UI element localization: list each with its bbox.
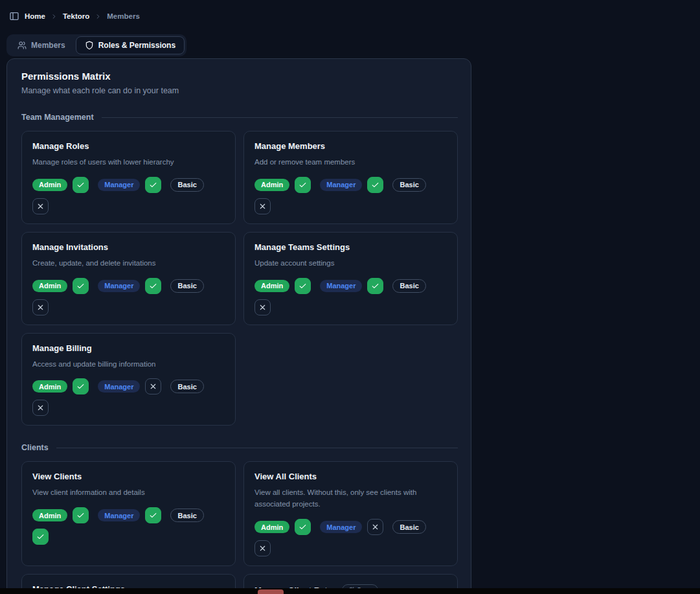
permission-toggle-manager[interactable] bbox=[145, 507, 161, 523]
role-toggles-row: AdminManagerBasic bbox=[32, 278, 225, 315]
role-badge-manager: Manager bbox=[98, 280, 140, 292]
role-badge-manager: Manager bbox=[98, 509, 140, 521]
permission-card: Manage InvitationsCreate, update, and de… bbox=[21, 232, 236, 325]
permission-toggle-manager[interactable] bbox=[145, 278, 161, 294]
permission-card: View ClientsView client information and … bbox=[21, 461, 236, 566]
permission-title-row: Manage Billing bbox=[32, 343, 225, 353]
role-badge-admin: Admin bbox=[32, 380, 67, 393]
permission-description: Create, update, and delete invitations bbox=[32, 258, 225, 269]
x-icon bbox=[258, 544, 267, 553]
tab-label: Roles & Permissions bbox=[98, 41, 175, 50]
permission-toggle-admin[interactable] bbox=[73, 278, 89, 294]
permission-toggle-manager[interactable] bbox=[367, 278, 383, 294]
permission-title-row: Manage Invitations bbox=[32, 242, 225, 252]
permission-toggle-admin[interactable] bbox=[73, 507, 89, 523]
breadcrumb-item-members[interactable]: Members bbox=[107, 12, 140, 20]
role-badge-admin: Admin bbox=[32, 280, 67, 292]
permission-card: Manage BillingAccess and update billing … bbox=[21, 333, 236, 426]
permission-card: Manage MembersAdd or remove team members… bbox=[243, 131, 458, 224]
permission-toggle-basic[interactable] bbox=[32, 400, 49, 416]
permission-title: Manage Members bbox=[254, 141, 325, 151]
breadcrumb-item-home[interactable]: Home bbox=[25, 12, 45, 20]
role-toggles-row: AdminManagerBasic bbox=[254, 278, 447, 315]
permission-title-row: View Clients bbox=[32, 472, 225, 481]
role-badge-basic: Basic bbox=[170, 279, 203, 293]
breadcrumb-separator-icon bbox=[51, 13, 58, 20]
x-icon bbox=[36, 303, 45, 312]
breadcrumb-item-tektoro[interactable]: Tektoro bbox=[63, 12, 89, 20]
role-toggles-row: AdminManagerBasic bbox=[32, 507, 225, 545]
role-badge-admin: Admin bbox=[254, 521, 289, 533]
permission-title: View All Clients bbox=[254, 472, 317, 481]
permission-toggle-admin[interactable] bbox=[295, 278, 311, 294]
x-icon bbox=[36, 404, 45, 412]
role-badge-manager: Manager bbox=[98, 179, 140, 191]
role-badge-manager: Manager bbox=[98, 380, 140, 393]
breadcrumb-separator-icon bbox=[95, 13, 102, 20]
section-title: Clients bbox=[21, 443, 49, 452]
role-toggles-row: AdminManagerBasic bbox=[254, 177, 447, 214]
permission-toggle-admin[interactable] bbox=[295, 177, 311, 193]
permission-title: View Clients bbox=[32, 472, 82, 481]
permissions-panel: Permissions Matrix Manage what each role… bbox=[6, 58, 471, 594]
check-icon bbox=[149, 181, 157, 189]
check-icon bbox=[299, 282, 307, 290]
role-badge-manager: Manager bbox=[320, 521, 362, 533]
section-divider bbox=[102, 117, 458, 118]
x-icon bbox=[36, 202, 45, 211]
role-badge-admin: Admin bbox=[32, 179, 67, 191]
role-badge-manager: Manager bbox=[320, 280, 362, 292]
permission-toggle-basic[interactable] bbox=[32, 529, 49, 545]
check-icon bbox=[36, 532, 45, 541]
role-badge-admin: Admin bbox=[32, 509, 67, 521]
permission-title-row: Manage Roles bbox=[32, 141, 225, 151]
permission-title-row: Manage Members bbox=[254, 141, 447, 151]
permission-toggle-manager[interactable] bbox=[145, 177, 161, 193]
bottom-cutoff-strip bbox=[0, 588, 700, 594]
check-icon bbox=[299, 181, 307, 189]
role-badge-basic: Basic bbox=[392, 178, 425, 192]
permission-toggle-basic[interactable] bbox=[32, 198, 49, 214]
role-toggles-row: AdminManagerBasic bbox=[32, 177, 225, 214]
permission-description: Access and update billing information bbox=[32, 359, 225, 371]
breadcrumb: HomeTektoroMembers bbox=[0, 0, 700, 21]
permission-toggle-manager[interactable] bbox=[367, 519, 383, 535]
tab-members[interactable]: Members bbox=[8, 36, 74, 54]
permission-toggle-basic[interactable] bbox=[254, 540, 271, 556]
permission-toggle-basic[interactable] bbox=[254, 198, 271, 214]
permission-toggle-basic[interactable] bbox=[254, 299, 271, 315]
permission-title-row: Manage Teams Settings bbox=[254, 242, 447, 252]
permission-toggle-manager[interactable] bbox=[367, 177, 383, 193]
section-header: Team Management bbox=[21, 113, 458, 122]
permission-description: Manage roles of users with lower hierarc… bbox=[32, 157, 225, 168]
permission-description: Add or remove team members bbox=[254, 157, 447, 168]
role-toggles-row: AdminManagerBasic bbox=[254, 519, 447, 556]
permissions-grid: Manage RolesManage roles of users with l… bbox=[21, 131, 458, 426]
permission-toggle-admin[interactable] bbox=[295, 519, 311, 535]
page-subtitle: Manage what each role can do in your tea… bbox=[21, 86, 458, 95]
x-icon bbox=[371, 523, 379, 531]
permission-title: Manage Invitations bbox=[32, 242, 108, 252]
role-badge-basic: Basic bbox=[170, 508, 203, 522]
section-title: Team Management bbox=[21, 113, 94, 122]
permission-title-row: View All Clients bbox=[254, 472, 447, 481]
role-badge-basic: Basic bbox=[392, 520, 425, 534]
permission-card: Manage Teams SettingsUpdate account sett… bbox=[243, 232, 458, 325]
role-badge-admin: Admin bbox=[254, 179, 289, 191]
check-icon bbox=[149, 282, 157, 290]
role-toggles-row: AdminManagerBasic bbox=[32, 378, 225, 416]
page-title: Permissions Matrix bbox=[21, 71, 458, 82]
permission-toggle-basic[interactable] bbox=[32, 299, 49, 315]
permission-title: Manage Teams Settings bbox=[254, 242, 350, 252]
users-icon bbox=[17, 41, 27, 50]
permission-toggle-manager[interactable] bbox=[145, 378, 161, 394]
permission-toggle-admin[interactable] bbox=[73, 378, 89, 394]
role-badge-basic: Basic bbox=[392, 279, 425, 293]
sidebar-toggle-icon[interactable] bbox=[9, 11, 19, 21]
permission-toggle-admin[interactable] bbox=[73, 177, 89, 193]
check-icon bbox=[76, 181, 85, 189]
tab-roles-permissions[interactable]: Roles & Permissions bbox=[76, 36, 185, 54]
permission-card: Manage RolesManage roles of users with l… bbox=[21, 131, 236, 224]
tab-label: Members bbox=[31, 41, 65, 50]
permission-description: View all clients. Without this, only see… bbox=[254, 487, 447, 510]
